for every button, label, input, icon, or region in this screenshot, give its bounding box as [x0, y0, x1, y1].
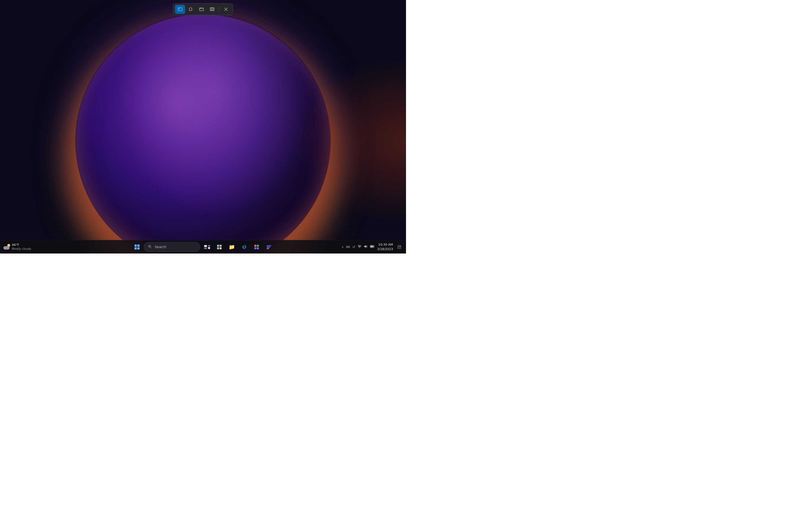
- orb-shape: [76, 14, 330, 253]
- fullscreen-snip-button[interactable]: [207, 5, 217, 14]
- start-button[interactable]: [132, 241, 143, 252]
- weather-info: 46°F Mostly cloudy: [12, 243, 31, 251]
- volume-icon[interactable]: [364, 244, 368, 249]
- widgets-button[interactable]: [214, 241, 225, 252]
- system-tray: ∧ ⌨ ↺: [342, 244, 374, 249]
- clock-time: 10:30 AM: [378, 242, 393, 247]
- wallpaper-orb: [0, 0, 406, 253]
- rect-snip-icon: [178, 7, 183, 11]
- search-label: Search: [155, 245, 166, 249]
- svg-rect-20: [370, 246, 373, 247]
- sequence-icon: [266, 244, 272, 250]
- task-view-button[interactable]: [201, 241, 213, 252]
- sequence-button[interactable]: [263, 241, 274, 252]
- notification-badge: [400, 245, 401, 247]
- edge-icon: [241, 244, 247, 250]
- desktop: 46°F Mostly cloudy 🔍 Search: [0, 0, 406, 253]
- fullscreen-snip-icon: [210, 7, 214, 11]
- taskbar: 46°F Mostly cloudy 🔍 Search: [0, 240, 406, 253]
- close-toolbar-button[interactable]: [221, 5, 231, 14]
- svg-rect-8: [211, 8, 214, 10]
- taskbar-left: 46°F Mostly cloudy: [0, 243, 31, 251]
- svg-point-2: [189, 10, 190, 10]
- speaker-icon: [364, 244, 368, 248]
- freeform-snip-icon: [189, 7, 193, 11]
- svg-rect-15: [267, 245, 271, 246]
- svg-marker-18: [364, 245, 366, 248]
- wifi-signal-icon: [357, 244, 361, 248]
- tray-overflow-button[interactable]: ∧: [342, 245, 344, 248]
- svg-rect-12: [257, 245, 259, 247]
- close-icon: [224, 7, 229, 11]
- window-snip-button[interactable]: [197, 5, 207, 14]
- search-bar[interactable]: 🔍 Search: [144, 241, 200, 252]
- folder-icon: 📁: [229, 244, 235, 250]
- windows-logo-icon: [135, 244, 140, 249]
- svg-rect-11: [254, 245, 256, 247]
- rect-snip-button[interactable]: [175, 5, 185, 14]
- cloud-icon: [3, 246, 10, 249]
- store-button[interactable]: [251, 241, 262, 252]
- search-input-bar[interactable]: 🔍 Search: [144, 242, 200, 252]
- snipping-toolbar: [173, 3, 233, 15]
- taskbar-right: ∧ ⌨ ↺: [342, 241, 406, 252]
- tray-lang-button[interactable]: ⌨: [346, 245, 350, 248]
- toolbar-divider: [219, 6, 219, 12]
- weather-condition: Mostly cloudy: [12, 247, 31, 251]
- freeform-snip-button[interactable]: [186, 5, 196, 14]
- weather-temperature: 46°F: [12, 243, 31, 247]
- wifi-icon[interactable]: [357, 244, 361, 249]
- battery-icon[interactable]: [370, 244, 374, 249]
- widgets-icon: [217, 245, 221, 249]
- notification-icon: [397, 245, 401, 249]
- notification-button[interactable]: [396, 241, 403, 252]
- task-view-icon: [204, 245, 210, 249]
- svg-rect-1: [179, 8, 180, 9]
- taskbar-center: 🔍 Search: [132, 241, 274, 252]
- weather-widget[interactable]: 46°F Mostly cloudy: [3, 243, 31, 251]
- file-explorer-button[interactable]: 📁: [226, 241, 238, 252]
- svg-point-6: [201, 8, 201, 9]
- svg-rect-17: [267, 248, 269, 249]
- clock-area[interactable]: 10:30 AM 3/28/2023: [376, 242, 394, 251]
- svg-point-5: [200, 8, 200, 9]
- clock-date: 3/28/2023: [377, 247, 393, 251]
- window-snip-icon: [199, 7, 204, 11]
- edge-button[interactable]: [239, 241, 250, 252]
- search-icon: 🔍: [148, 245, 153, 249]
- tray-refresh-icon[interactable]: ↺: [352, 245, 355, 249]
- svg-rect-16: [267, 247, 270, 247]
- svg-rect-13: [254, 247, 256, 249]
- battery-level-icon: [370, 244, 374, 248]
- weather-icon: [3, 244, 10, 249]
- svg-rect-14: [257, 247, 259, 249]
- store-icon: [254, 244, 259, 250]
